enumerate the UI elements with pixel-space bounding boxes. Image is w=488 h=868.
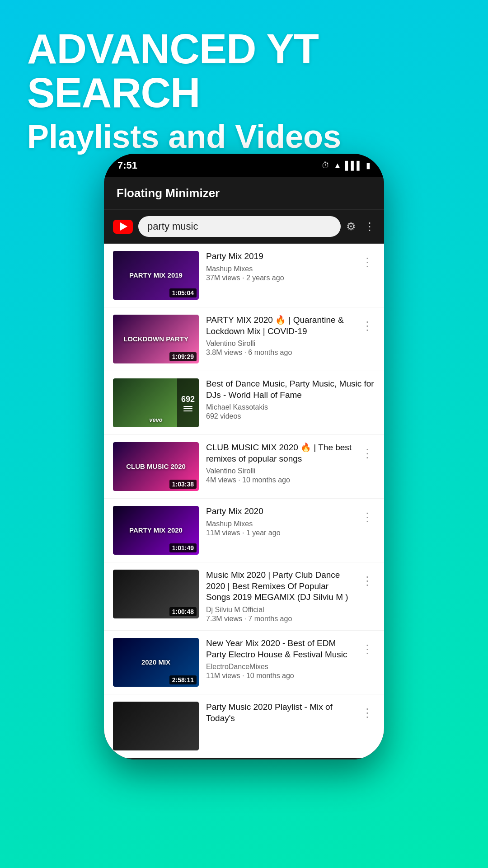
battery-icon: ▮ xyxy=(366,160,371,170)
status-time: 7:51 xyxy=(117,160,137,171)
thumbnail-v3: vevo692 xyxy=(113,378,199,427)
video-title-v8: Party Music 2020 Playlist - Mix of Today… xyxy=(206,702,352,724)
video-item-v4[interactable]: CLUB MUSIC 20201:03:38CLUB MUSIC MIX 202… xyxy=(104,435,384,499)
search-input[interactable]: party music xyxy=(147,221,198,232)
video-list: PARTY MIX 20191:05:04Party Mix 2019Mashu… xyxy=(104,244,384,758)
thumbnail-v1: PARTY MIX 20191:05:04 xyxy=(113,251,199,300)
duration-badge-v5: 1:01:49 xyxy=(169,543,197,552)
video-item-v6[interactable]: 1:00:48Music Mix 2020 | Party Club Dance… xyxy=(104,562,384,631)
duration-badge-v1: 1:05:04 xyxy=(169,288,197,297)
video-meta-v1: 37M views · 2 years ago xyxy=(206,274,352,282)
video-info-v2: PARTY MIX 2020 🔥 | Quarantine & Lockdown… xyxy=(206,315,352,357)
filter-icon[interactable]: ⚙ xyxy=(346,220,356,233)
video-item-v7[interactable]: 2020 MIX2:58:11New Year Mix 2020 - Best … xyxy=(104,631,384,694)
video-info-v8: Party Music 2020 Playlist - Mix of Today… xyxy=(206,702,352,726)
duration-badge-v6: 1:00:48 xyxy=(169,607,197,616)
thumbnail-v6: 1:00:48 xyxy=(113,570,199,618)
video-title-v3: Best of Dance Music, Party Music, Music … xyxy=(206,378,375,401)
video-meta-v4: 4M views · 10 months ago xyxy=(206,476,352,484)
video-item-v2[interactable]: LOCKDOWN PARTY1:09:29PARTY MIX 2020 🔥 | … xyxy=(104,307,384,371)
video-title-v6: Music Mix 2020 | Party Club Dance 2020 |… xyxy=(206,570,352,603)
phone-screen: 7:51 ⏱ ▲ ▌▌▌ ▮ Floating Minimizer party … xyxy=(104,154,384,760)
notch xyxy=(217,154,271,166)
video-meta-v3: 692 videos xyxy=(206,412,375,420)
hero-title: ADVANCED YT SEARCH xyxy=(27,27,461,114)
video-info-v4: CLUB MUSIC MIX 2020 🔥 | The best remixes… xyxy=(206,442,352,484)
video-info-v7: New Year Mix 2020 - Best of EDM Party El… xyxy=(206,638,352,680)
video-title-v1: Party Mix 2019 xyxy=(206,251,352,262)
video-channel-v5: Mashup Mixes xyxy=(206,520,352,528)
video-info-v5: Party Mix 2020Mashup Mixes11M views · 1 … xyxy=(206,506,352,537)
video-item-v3[interactable]: vevo692Best of Dance Music, Party Music,… xyxy=(104,371,384,435)
app-title: Floating Minimizer xyxy=(117,186,220,200)
video-channel-v1: Mashup Mixes xyxy=(206,265,352,273)
video-channel-v7: ElectroDanceMixes xyxy=(206,663,352,671)
video-more-btn-v4[interactable]: ⋮ xyxy=(360,445,375,462)
playlist-badge-v3: 692 xyxy=(177,378,199,427)
hero-subtitle: Playlists and Videos xyxy=(27,119,461,155)
phone-mockup: 7:51 ⏱ ▲ ▌▌▌ ▮ Floating Minimizer party … xyxy=(104,154,384,760)
video-info-v1: Party Mix 2019Mashup Mixes37M views · 2 … xyxy=(206,251,352,282)
video-channel-v2: Valentino Sirolli xyxy=(206,340,352,348)
video-channel-v4: Valentino Sirolli xyxy=(206,467,352,475)
video-meta-v7: 11M views · 10 months ago xyxy=(206,672,352,680)
thumbnail-v8 xyxy=(113,702,199,750)
video-meta-v5: 11M views · 1 year ago xyxy=(206,529,352,537)
video-title-v7: New Year Mix 2020 - Best of EDM Party El… xyxy=(206,638,352,660)
video-title-v2: PARTY MIX 2020 🔥 | Quarantine & Lockdown… xyxy=(206,315,352,337)
video-title-v5: Party Mix 2020 xyxy=(206,506,352,517)
video-more-btn-v6[interactable]: ⋮ xyxy=(360,572,375,590)
video-more-btn-v5[interactable]: ⋮ xyxy=(360,509,375,526)
thumbnail-v5: PARTY MIX 20201:01:49 xyxy=(113,506,199,555)
video-item-v1[interactable]: PARTY MIX 20191:05:04Party Mix 2019Mashu… xyxy=(104,244,384,307)
thumbnail-v2: LOCKDOWN PARTY1:09:29 xyxy=(113,315,199,363)
duration-badge-v7: 2:58:11 xyxy=(169,675,197,684)
duration-badge-v2: 1:09:29 xyxy=(169,352,197,361)
video-item-v8[interactable]: Party Music 2020 Playlist - Mix of Today… xyxy=(104,694,384,758)
video-more-btn-v7[interactable]: ⋮ xyxy=(360,641,375,658)
video-title-v4: CLUB MUSIC MIX 2020 🔥 | The best remixes… xyxy=(206,442,352,464)
video-meta-v2: 3.8M views · 6 months ago xyxy=(206,349,352,357)
app-bar: Floating Minimizer xyxy=(104,177,384,210)
thumbnail-v7: 2020 MIX2:58:11 xyxy=(113,638,199,687)
video-more-btn-v2[interactable]: ⋮ xyxy=(360,317,375,335)
more-options-icon[interactable]: ⋮ xyxy=(364,220,375,233)
video-info-v6: Music Mix 2020 | Party Club Dance 2020 |… xyxy=(206,570,352,623)
video-item-v5[interactable]: PARTY MIX 20201:01:49Party Mix 2020Mashu… xyxy=(104,499,384,562)
wifi-icon: ▲ xyxy=(333,161,342,170)
search-controls: ⚙ ⋮ xyxy=(346,220,375,233)
video-channel-v3: Michael Kassotakis xyxy=(206,403,375,411)
video-more-btn-v8[interactable]: ⋮ xyxy=(360,704,375,722)
duration-badge-v4: 1:03:38 xyxy=(169,480,197,489)
signal-icon: ▌▌▌ xyxy=(345,161,362,170)
youtube-icon xyxy=(113,220,133,234)
video-info-v3: Best of Dance Music, Party Music, Music … xyxy=(206,378,375,420)
search-input-wrap[interactable]: party music xyxy=(138,216,341,237)
status-icons: ⏱ ▲ ▌▌▌ ▮ xyxy=(322,160,371,170)
thumbnail-v4: CLUB MUSIC 20201:03:38 xyxy=(113,442,199,491)
video-more-btn-v1[interactable]: ⋮ xyxy=(360,254,375,271)
video-channel-v6: Dj Silviu M Official xyxy=(206,606,352,614)
clock-icon: ⏱ xyxy=(322,161,330,170)
thumb-bg-v8 xyxy=(113,702,199,750)
video-meta-v6: 7.3M views · 7 months ago xyxy=(206,615,352,623)
search-bar: party music ⚙ ⋮ xyxy=(104,210,384,244)
hero-section: ADVANCED YT SEARCH Playlists and Videos xyxy=(0,0,488,173)
